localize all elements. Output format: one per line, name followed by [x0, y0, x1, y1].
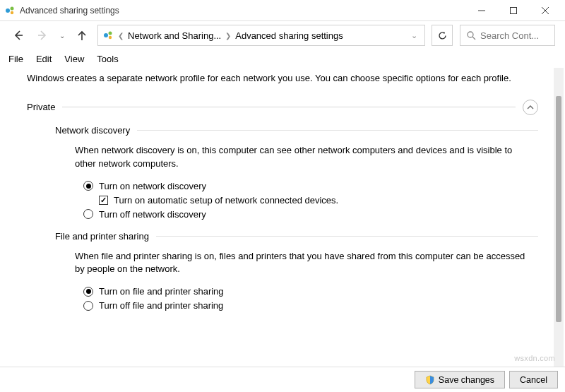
radio-turn-off-discovery[interactable]: Turn off network discovery	[83, 209, 538, 220]
maximize-button[interactable]	[497, 0, 529, 21]
divider	[156, 236, 538, 237]
chevron-right-icon: ❯	[225, 32, 231, 40]
file-printer-section: File and printer sharing When file and p…	[55, 231, 538, 311]
radio-icon	[83, 209, 93, 219]
cancel-button[interactable]: Cancel	[509, 371, 558, 388]
subsection-description: When network discovery is on, this compu…	[75, 144, 538, 171]
search-placeholder: Search Cont...	[480, 30, 539, 41]
intro-text: Windows creates a separate network profi…	[27, 72, 538, 85]
window-controls	[465, 0, 561, 21]
subsection-description: When file and printer sharing is on, fil…	[75, 250, 538, 277]
radio-icon	[83, 301, 93, 311]
menu-tools[interactable]: Tools	[97, 54, 118, 64]
button-label: Cancel	[520, 375, 547, 385]
scrollbar-thumb[interactable]	[556, 96, 561, 322]
menubar: File Edit View Tools	[0, 49, 565, 68]
section-private-header[interactable]: Private	[27, 100, 538, 115]
file-printer-options: Turn on file and printer sharing Turn of…	[83, 286, 538, 311]
back-button[interactable]	[10, 27, 27, 44]
svg-point-2	[11, 11, 13, 13]
option-label: Turn off network discovery	[99, 209, 206, 220]
close-button[interactable]	[529, 0, 561, 21]
breadcrumb-item[interactable]: Network and Sharing...	[128, 30, 221, 41]
vertical-scrollbar[interactable]	[554, 68, 564, 367]
network-icon	[4, 5, 16, 16]
svg-point-11	[109, 32, 112, 35]
divider	[62, 107, 516, 107]
forward-button[interactable]	[34, 27, 51, 44]
footer: Save changes Cancel	[0, 367, 565, 392]
svg-point-13	[468, 32, 473, 37]
checkbox-icon	[99, 196, 108, 205]
svg-point-0	[6, 8, 10, 13]
address-bar[interactable]: ❮ Network and Sharing... ❯ Advanced shar…	[97, 25, 425, 46]
subsection-label: Network discovery	[55, 125, 130, 136]
chevron-right-icon: ❮	[118, 32, 124, 40]
menu-view[interactable]: View	[64, 54, 84, 64]
option-label: Turn on network discovery	[99, 181, 206, 191]
button-label: Save changes	[439, 375, 494, 385]
minimize-button[interactable]	[465, 0, 497, 21]
chevron-down-icon[interactable]: ⌄	[411, 31, 417, 40]
svg-rect-4	[510, 7, 516, 13]
option-label: Turn on automatic setup of network conne…	[114, 195, 338, 206]
subsection-header: File and printer sharing	[55, 231, 538, 242]
radio-icon	[83, 287, 93, 297]
svg-point-12	[109, 36, 112, 39]
save-changes-button[interactable]: Save changes	[415, 371, 505, 388]
svg-line-14	[472, 37, 475, 40]
option-label: Turn off file and printer sharing	[99, 300, 223, 311]
subsection-header: Network discovery	[55, 125, 538, 136]
history-dropdown[interactable]: ⌄	[58, 32, 66, 40]
checkbox-auto-setup[interactable]: Turn on automatic setup of network conne…	[99, 195, 538, 206]
radio-turn-on-discovery[interactable]: Turn on network discovery	[83, 181, 538, 191]
svg-point-1	[11, 6, 14, 10]
scroll-region: Windows creates a separate network profi…	[0, 68, 552, 367]
shield-icon	[425, 375, 435, 385]
search-input[interactable]: Search Cont...	[460, 25, 555, 46]
titlebar: Advanced sharing settings	[0, 0, 565, 21]
subsection-label: File and printer sharing	[55, 231, 149, 242]
content-area: Windows creates a separate network profi…	[0, 68, 565, 367]
breadcrumb-item[interactable]: Advanced sharing settings	[235, 30, 343, 41]
navigation-toolbar: ⌄ ❮ Network and Sharing... ❯ Advanced sh…	[0, 21, 565, 49]
divider	[137, 130, 538, 131]
up-button[interactable]	[73, 27, 90, 44]
radio-icon	[83, 181, 93, 191]
window-title: Advanced sharing settings	[20, 6, 465, 16]
refresh-button[interactable]	[432, 25, 453, 46]
watermark: wsxdn.com	[514, 354, 555, 362]
menu-edit[interactable]: Edit	[36, 54, 52, 64]
collapse-icon[interactable]	[523, 100, 538, 115]
section-label: Private	[27, 102, 55, 112]
menu-file[interactable]: File	[8, 54, 23, 64]
network-discovery-options: Turn on network discovery Turn on automa…	[83, 181, 538, 220]
radio-turn-on-sharing[interactable]: Turn on file and printer sharing	[83, 286, 538, 297]
option-label: Turn on file and printer sharing	[99, 286, 224, 297]
radio-turn-off-sharing[interactable]: Turn off file and printer sharing	[83, 300, 538, 311]
search-icon	[466, 30, 476, 40]
svg-point-10	[104, 33, 108, 37]
network-discovery-section: Network discovery When network discovery…	[55, 125, 538, 220]
network-icon	[102, 30, 114, 41]
